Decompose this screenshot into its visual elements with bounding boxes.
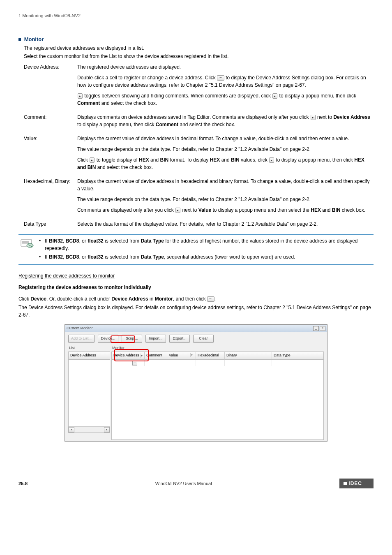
- monitor-grid-row[interactable]: ···: [112, 360, 323, 366]
- chevron-right-icon[interactable]: ▸: [272, 93, 277, 99]
- scroll-right-icon[interactable]: ▸: [104, 427, 110, 432]
- list-column-header[interactable]: Device Address: [69, 352, 110, 360]
- list-scrollbar[interactable]: ◂ ▸: [69, 426, 110, 432]
- list-panel: List Device Address ◂ ▸: [68, 345, 110, 437]
- footer-manual-title: WindO/I-NV2 User's Manual: [155, 480, 212, 487]
- ellipsis-icon[interactable]: ···: [207, 296, 214, 302]
- registering-para-1: Click Device. Or, double-click a cell un…: [18, 295, 374, 303]
- definition-content: The registered device addresses are disp…: [77, 63, 374, 110]
- note-text: If BIN32, BCD8, or float32 is selected f…: [45, 253, 295, 261]
- note-content: •If BIN32, BCD8, or float32 is selected …: [39, 237, 374, 262]
- definition-paragraph: ▸ toggles between showing and hiding com…: [77, 92, 374, 107]
- registering-para-2: The Device Address Settings dialog box i…: [18, 304, 374, 319]
- monitor-heading: Monitor: [18, 35, 374, 44]
- definition-paragraph: Double-click a cell to register or chang…: [77, 74, 374, 89]
- chevron-right-icon[interactable]: ▸: [175, 208, 180, 213]
- comment-cell[interactable]: [145, 360, 167, 366]
- registering-bold-heading: Registering the device addresses to moni…: [18, 284, 374, 291]
- clear-button[interactable]: Clear: [193, 335, 214, 343]
- monitor-grid[interactable]: Device Address▸ Comment Value▸ Hexadecim…: [111, 352, 324, 440]
- logo-square-icon: [344, 482, 347, 485]
- value-cell[interactable]: [167, 360, 196, 366]
- note-bullet-item: •If BIN32, BCD8, or float32 is selected …: [39, 253, 374, 261]
- col-hexadecimal[interactable]: Hexadecimal: [196, 352, 225, 360]
- binary-cell[interactable]: [225, 360, 272, 366]
- monitor-intro-2: Select the custom monitor list from the …: [24, 53, 374, 60]
- chevron-right-icon[interactable]: ▸: [311, 115, 316, 120]
- chevron-right-icon[interactable]: ▸: [90, 157, 95, 163]
- footer-logo: IDEC: [339, 479, 374, 488]
- registering-underlined-heading: Registering the device addresses to moni…: [18, 272, 374, 280]
- close-button[interactable]: ×: [320, 326, 325, 331]
- scroll-left-icon[interactable]: ◂: [69, 427, 74, 432]
- import-button[interactable]: Import...: [145, 335, 166, 343]
- page-footer: 25-8 WindO/I-NV2 User's Manual IDEC: [18, 479, 374, 488]
- col-data-type[interactable]: Data Type: [272, 352, 323, 360]
- definition-paragraph: Comments are displayed only after you cl…: [77, 206, 374, 214]
- panels-area: List Device Address ◂ ▸ Monitor Device A…: [65, 345, 327, 441]
- monitor-panel: Monitor Device Address▸ Comment Value▸ H…: [111, 345, 324, 437]
- minimize-button[interactable]: _: [313, 326, 319, 331]
- definition-paragraph: Displays the current value of device add…: [77, 135, 374, 142]
- monitor-panel-label: Monitor: [111, 345, 324, 351]
- data-type-cell[interactable]: [272, 360, 323, 366]
- definition-label: Value:: [24, 135, 77, 174]
- col-device-address[interactable]: Device Address▸: [112, 352, 145, 360]
- list-panel-label: List: [68, 345, 110, 351]
- screenshot-wrapper: Custom Monitor _ × Add to List... Device…: [18, 324, 374, 442]
- chevron-right-icon[interactable]: ▸: [140, 354, 144, 358]
- note-bullet-item: •If BIN32, BCD8, or float32 is selected …: [39, 237, 374, 252]
- window-titlebar: Custom Monitor _ ×: [65, 325, 327, 332]
- definition-paragraph: Selects the data format of the displayed…: [77, 220, 374, 228]
- note-box: •If BIN32, BCD8, or float32 is selected …: [18, 234, 374, 265]
- definition-paragraph: The value range depends on the data type…: [77, 146, 374, 153]
- col-binary[interactable]: Binary: [225, 352, 272, 360]
- export-button[interactable]: Export...: [169, 335, 190, 343]
- note-text: If BIN32, BCD8, or float32 is selected f…: [45, 237, 374, 252]
- registering-section: Registering the device addresses to moni…: [18, 272, 374, 319]
- square-bullet-icon: [18, 38, 21, 41]
- footer-page-number: 25-8: [18, 480, 28, 487]
- note-icon: [18, 237, 39, 251]
- col-comment[interactable]: Comment: [145, 352, 167, 360]
- definitions-table: Device Address:The registered device add…: [24, 63, 374, 231]
- ellipsis-icon[interactable]: ···: [217, 75, 224, 81]
- monitor-section: Monitor The registered device addresses …: [18, 35, 374, 265]
- custom-monitor-window: Custom Monitor _ × Add to List... Device…: [65, 324, 327, 442]
- monitor-heading-text: Monitor: [24, 36, 44, 42]
- definition-paragraph: The registered device addresses are disp…: [77, 63, 374, 71]
- definition-paragraph: The value range depends on the data type…: [77, 196, 374, 203]
- col-value[interactable]: Value▸: [167, 352, 196, 360]
- monitor-intro-1: The registered device addresses are disp…: [24, 44, 374, 52]
- device-button[interactable]: Device...: [98, 335, 118, 343]
- definition-row: Value:Displays the current value of devi…: [24, 135, 374, 174]
- device-address-cell[interactable]: ···: [112, 360, 145, 366]
- definition-paragraph: Displays the current value of device add…: [77, 178, 374, 192]
- window-title: Custom Monitor: [67, 326, 93, 331]
- ellipsis-icon[interactable]: ···: [132, 361, 137, 365]
- definition-row: Comment:Displays comments on device addr…: [24, 113, 374, 132]
- bullet-dot: •: [39, 237, 45, 252]
- chevron-right-icon[interactable]: ▸: [190, 353, 194, 357]
- definition-paragraph: Displays comments on device addresses sa…: [77, 113, 374, 128]
- script-button[interactable]: Script...: [122, 335, 142, 343]
- chevron-right-icon[interactable]: ▸: [269, 157, 274, 163]
- toolbar: Add to List... Device... Script... Impor…: [65, 332, 327, 345]
- definition-label: Hexadecimal, Binary:: [24, 178, 77, 217]
- definition-content: Selects the data format of the displayed…: [77, 220, 374, 231]
- list-box[interactable]: Device Address ◂ ▸: [68, 352, 110, 433]
- definition-row: Hexadecimal, Binary:Displays the current…: [24, 178, 374, 217]
- definition-content: Displays comments on device addresses sa…: [77, 113, 374, 132]
- definition-content: Displays the current value of device add…: [77, 178, 374, 217]
- definition-content: Displays the current value of device add…: [77, 135, 374, 174]
- definition-row: Data TypeSelects the data format of the …: [24, 220, 374, 231]
- hex-cell[interactable]: [196, 360, 225, 366]
- chevron-right-icon[interactable]: ▸: [78, 93, 83, 99]
- page-header: 1 Monitoring with WindO/I-NV2: [18, 12, 374, 22]
- footer-logo-text: IDEC: [348, 480, 362, 487]
- add-to-list-button[interactable]: Add to List...: [68, 335, 95, 343]
- bullet-dot: •: [39, 253, 45, 261]
- monitor-grid-header: Device Address▸ Comment Value▸ Hexadecim…: [112, 352, 323, 360]
- definition-label: Comment:: [24, 113, 77, 132]
- definition-row: Device Address:The registered device add…: [24, 63, 374, 110]
